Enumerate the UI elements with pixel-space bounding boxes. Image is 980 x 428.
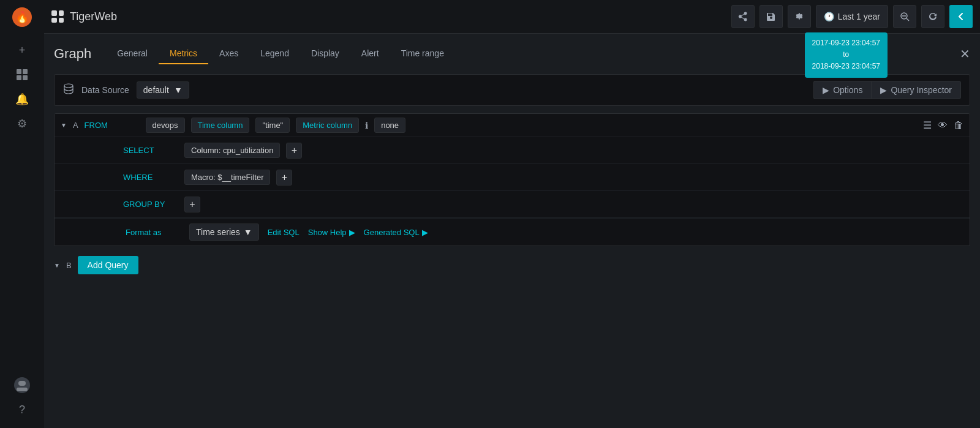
- show-help-button[interactable]: Show Help ▶: [308, 228, 355, 237]
- eye-icon[interactable]: 👁: [938, 120, 948, 131]
- tab-legend[interactable]: Legend: [249, 43, 300, 64]
- info-icon[interactable]: ℹ: [365, 121, 368, 130]
- time-range-label: Last 1 year: [838, 12, 880, 21]
- where-value[interactable]: Macro: $__timeFilter: [184, 170, 270, 185]
- query-inspector-label: Query Inspector: [891, 85, 952, 95]
- group-by-label: GROUP BY: [123, 200, 178, 209]
- sidebar-settings-icon[interactable]: ⚙: [11, 113, 33, 135]
- tab-axes[interactable]: Axes: [208, 43, 249, 64]
- query-bar-right: ▶ Options ▶ Query Inspector: [813, 81, 961, 99]
- chevron-down-icon: ▼: [174, 85, 183, 95]
- time-value[interactable]: "time": [255, 118, 290, 133]
- where-add-button[interactable]: +: [276, 170, 292, 186]
- svg-rect-7: [18, 381, 26, 386]
- select-row: SELECT Column: cpu_utilization +: [55, 137, 970, 164]
- tab-metrics[interactable]: Metrics: [159, 43, 208, 64]
- format-row: Format as Time series ▼ Edit SQL Show He…: [55, 218, 970, 246]
- tooltip-to: 2018-09-23 23:04:57: [812, 61, 880, 72]
- sidebar: 🔥 + 🔔 ⚙ ?: [0, 0, 44, 428]
- delete-icon[interactable]: 🗑: [954, 120, 963, 131]
- chevron-right-icon: ▶: [823, 85, 829, 95]
- query-editor-a: ▼ A FROM devops Time column "time" Metri…: [54, 113, 970, 246]
- refresh-button[interactable]: [921, 5, 944, 28]
- datasource-label: Data Source: [81, 85, 129, 95]
- time-column-chip[interactable]: Time column: [191, 118, 250, 133]
- group-by-add-button[interactable]: +: [184, 197, 200, 212]
- add-query-button[interactable]: Add Query: [78, 256, 138, 274]
- share-button[interactable]: [731, 5, 755, 28]
- query-letter-b: B: [66, 261, 72, 270]
- add-query-collapse-icon[interactable]: ▼: [54, 262, 60, 269]
- collapse-arrow-icon[interactable]: ▼: [61, 122, 67, 129]
- sidebar-dashboard-icon[interactable]: [11, 64, 33, 86]
- format-value: Time series: [196, 227, 240, 237]
- grid-icon: [51, 10, 64, 23]
- select-value[interactable]: Column: cpu_utilization: [184, 143, 280, 158]
- metric-column-chip[interactable]: Metric column: [296, 118, 359, 133]
- chevron-right-icon-3: ▶: [349, 228, 355, 237]
- datasource-select[interactable]: default ▼: [137, 81, 189, 99]
- topbar-actions: 🕐 Last 1 year 2017-09-23 23:04:57 to 201…: [731, 5, 973, 28]
- sidebar-add-icon[interactable]: +: [11, 39, 33, 61]
- tab-time-range[interactable]: Time range: [390, 43, 455, 64]
- time-range-button[interactable]: 🕐 Last 1 year 2017-09-23 23:04:57 to 201…: [816, 5, 888, 28]
- svg-point-12: [64, 84, 73, 88]
- sidebar-logo[interactable]: 🔥: [10, 5, 34, 29]
- group-by-row: GROUP BY +: [55, 191, 970, 218]
- options-label: Options: [833, 85, 862, 95]
- panel-title: Graph: [54, 46, 91, 62]
- chevron-down-icon-2: ▼: [244, 227, 252, 237]
- from-value[interactable]: devops: [146, 118, 185, 133]
- format-as-select[interactable]: Time series ▼: [189, 223, 259, 241]
- query-row-actions: ☰ 👁 🗑: [923, 119, 963, 131]
- svg-rect-5: [23, 75, 28, 80]
- database-icon: [63, 83, 74, 97]
- tab-alert[interactable]: Alert: [350, 43, 390, 64]
- save-button[interactable]: [760, 5, 783, 28]
- tab-display[interactable]: Display: [300, 43, 350, 64]
- panel-close-button[interactable]: ✕: [960, 47, 970, 61]
- from-label: FROM: [85, 121, 140, 130]
- tab-general[interactable]: General: [106, 43, 159, 64]
- settings-button[interactable]: [788, 5, 811, 28]
- sidebar-user-icon[interactable]: [11, 374, 33, 396]
- add-query-row: ▼ B Add Query: [54, 252, 970, 278]
- panel-tabs: General Metrics Axes Legend Display Aler…: [106, 43, 455, 64]
- tooltip-to-label: to: [812, 49, 880, 61]
- svg-rect-4: [17, 75, 21, 80]
- chevron-right-icon-4: ▶: [422, 228, 428, 237]
- edit-sql-button[interactable]: Edit SQL: [268, 228, 300, 237]
- generated-sql-button[interactable]: Generated SQL ▶: [364, 228, 428, 237]
- topbar: TigerWeb 🕐 Last 1 year: [44, 0, 980, 34]
- sidebar-help-icon[interactable]: ?: [11, 399, 33, 421]
- time-tooltip: 2017-09-23 23:04:57 to 2018-09-23 23:04:…: [805, 32, 888, 78]
- menu-icon[interactable]: ☰: [923, 119, 932, 131]
- options-button[interactable]: ▶ Options: [813, 81, 871, 99]
- where-label: WHERE: [123, 173, 178, 182]
- panel: Graph General Metrics Axes Legend Displa…: [44, 34, 980, 428]
- clock-icon: 🕐: [824, 12, 834, 21]
- metric-value[interactable]: none: [374, 118, 405, 133]
- sidebar-alert-icon[interactable]: 🔔: [11, 88, 33, 110]
- select-add-button[interactable]: +: [286, 143, 302, 159]
- svg-text:🔥: 🔥: [15, 10, 29, 24]
- svg-rect-2: [17, 69, 21, 74]
- chevron-right-icon-2: ▶: [880, 85, 887, 95]
- svg-rect-8: [17, 388, 28, 391]
- main-content: TigerWeb 🕐 Last 1 year: [44, 0, 980, 428]
- svg-line-10: [907, 18, 909, 21]
- query-a-header: ▼ A FROM devops Time column "time" Metri…: [55, 114, 970, 137]
- select-label: SELECT: [123, 146, 178, 155]
- svg-rect-3: [23, 69, 28, 74]
- query-letter-a: A: [73, 121, 78, 130]
- query-bar: Data Source default ▼ ▶ Options ▶ Query …: [54, 74, 970, 106]
- datasource-value: default: [143, 85, 169, 95]
- topbar-logo-area: TigerWeb: [51, 10, 117, 23]
- tooltip-from: 2017-09-23 23:04:57: [812, 37, 880, 49]
- query-inspector-button[interactable]: ▶ Query Inspector: [871, 81, 961, 99]
- zoom-button[interactable]: [893, 5, 916, 28]
- format-as-label: Format as: [126, 228, 181, 237]
- where-row: WHERE Macro: $__timeFilter +: [55, 164, 970, 191]
- app-title: TigerWeb: [70, 10, 117, 23]
- back-button[interactable]: [949, 5, 973, 28]
